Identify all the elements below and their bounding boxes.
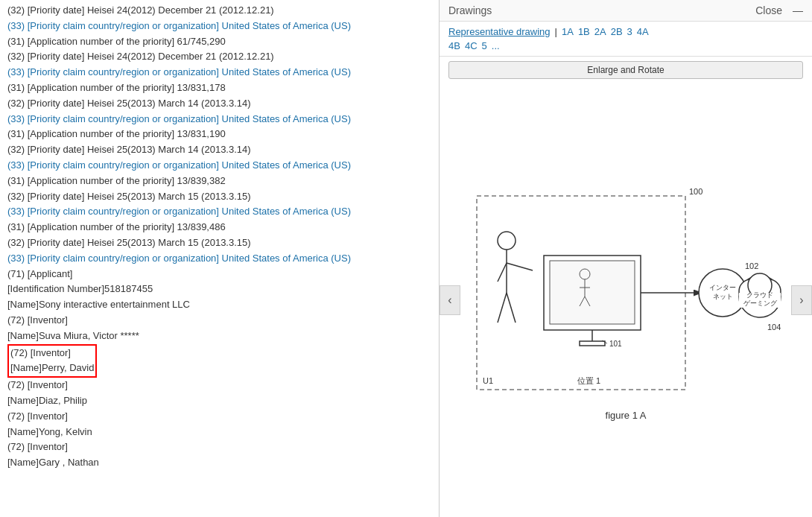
svg-text:ネット: ネット (713, 293, 733, 300)
info-line: (32) [Priority date] Heisei 25(2013) Mar… (7, 235, 431, 251)
info-line: (32) [Priority date] Heisei 24(2012) Dec… (7, 49, 431, 65)
minimize-button[interactable]: — (793, 4, 803, 16)
info-link[interactable]: (33) [Priority claim country/region or o… (7, 253, 351, 264)
drawings-header: Drawings Close — (440, 0, 812, 22)
info-line: [Identification Number]518187455 (7, 282, 431, 297)
info-line: (72) [Inventor] (7, 440, 431, 455)
svg-line-6 (498, 293, 507, 323)
info-line: (31) [Application number of the priority… (7, 34, 431, 50)
info-line: [Name]Yong, Kelvin (7, 425, 431, 440)
info-line: (71) [Applicant] (7, 267, 431, 282)
enlarge-rotate-button[interactable]: Enlarge and Rotate (448, 61, 803, 79)
patent-drawing: 100 (469, 181, 782, 405)
next-drawing-button[interactable]: › (791, 285, 812, 315)
info-line: (33) [Priority claim country/region or o… (7, 158, 431, 174)
drawing-tabs: Representative drawing | 1A 1B 2A 2B 3 4… (440, 22, 812, 57)
svg-text:クラウド: クラウド (746, 291, 773, 299)
info-link[interactable]: (33) [Priority claim country/region or o… (7, 66, 351, 77)
info-link[interactable]: (33) [Priority claim country/region or o… (7, 20, 351, 31)
info-link[interactable]: (33) [Priority claim country/region or o… (7, 206, 351, 217)
tab-2b[interactable]: 2B (611, 26, 623, 37)
tab-3[interactable]: 3 (627, 26, 632, 37)
right-panel: Drawings Close — Representative drawing … (440, 0, 812, 517)
info-line: (32) [Priority date] Heisei 24(2012) Dec… (7, 3, 431, 19)
info-line: [Name]Diaz, Philip (7, 393, 431, 409)
tab-4b[interactable]: 4B (448, 40, 460, 51)
drawings-title: Drawings (448, 4, 492, 16)
tabs-row1: Representative drawing | 1A 1B 2A 2B 3 4… (448, 26, 803, 37)
svg-text:ゲーミング: ゲーミング (743, 299, 778, 307)
info-line: (31) [Application number of the priority… (7, 80, 431, 96)
svg-line-7 (507, 293, 516, 323)
tab-more[interactable]: ... (492, 40, 500, 51)
info-line: (31) [Application number of the priority… (7, 127, 431, 142)
info-link[interactable]: (33) [Priority claim country/region or o… (7, 113, 351, 124)
svg-line-4 (507, 263, 533, 270)
highlighted-line: [Name]Perry, David (10, 361, 94, 376)
info-line: (33) [Priority claim country/region or o… (7, 19, 431, 34)
figure-caption: figure 1 A (469, 410, 782, 421)
drawing-area: 100 (469, 181, 782, 419)
info-line: (33) [Priority claim country/region or o… (7, 112, 431, 127)
svg-rect-9 (550, 261, 635, 324)
info-line: (72) [Inventor] (7, 313, 431, 329)
info-line: [Name]Gary , Nathan (7, 455, 431, 471)
svg-text:101: 101 (609, 340, 622, 348)
info-line: [Name]Sony interactive entertainment LLC (7, 297, 431, 313)
close-button[interactable]: Close (755, 4, 782, 16)
svg-point-2 (498, 232, 516, 250)
svg-text:インター: インター (709, 284, 736, 291)
highlighted-line: (72) [Inventor] (10, 346, 94, 361)
svg-line-5 (498, 263, 507, 282)
info-line: (72) [Inventor] (7, 409, 431, 425)
info-link[interactable]: (33) [Priority claim country/region or o… (7, 159, 351, 171)
info-line: (33) [Priority claim country/region or o… (7, 204, 431, 220)
svg-text:位置 1: 位置 1 (577, 376, 600, 385)
info-line: [Name]Suva Miura, Victor ***** (7, 329, 431, 344)
tab-4a[interactable]: 4A (637, 26, 649, 37)
svg-text:102: 102 (745, 261, 758, 270)
info-line: (31) [Application number of the priority… (7, 220, 431, 235)
tab-4c[interactable]: 4C (465, 40, 478, 51)
svg-rect-16 (580, 341, 605, 346)
tab-5[interactable]: 5 (482, 40, 487, 51)
tab-2a[interactable]: 2A (594, 26, 606, 37)
svg-text:104: 104 (767, 323, 781, 332)
info-line: (31) [Application number of the priority… (7, 174, 431, 189)
tab-1b[interactable]: 1B (578, 26, 590, 37)
tabs-row2: 4B 4C 5 ... (448, 40, 803, 51)
info-line: (33) [Priority claim country/region or o… (7, 65, 431, 80)
drawing-viewport: ‹ 100 (440, 83, 812, 517)
info-line: (32) [Priority date] Heisei 25(2013) Mar… (7, 96, 431, 112)
left-panel: (32) [Priority date] Heisei 24(2012) Dec… (0, 0, 440, 517)
info-line: (72) [Inventor] (7, 378, 431, 393)
info-line: (33) [Priority claim country/region or o… (7, 251, 431, 267)
representative-drawing-tab[interactable]: Representative drawing (448, 26, 551, 37)
tab-1a[interactable]: 1A (562, 26, 574, 37)
svg-text:100: 100 (689, 187, 702, 196)
info-line: (32) [Priority date] Heisei 25(2013) Mar… (7, 189, 431, 205)
highlighted-inventor-box: (72) [Inventor][Name]Perry, David (7, 344, 97, 378)
svg-text:U1: U1 (483, 376, 493, 385)
info-line: (32) [Priority date] Heisei 25(2013) Mar… (7, 142, 431, 158)
prev-drawing-button[interactable]: ‹ (440, 285, 460, 315)
